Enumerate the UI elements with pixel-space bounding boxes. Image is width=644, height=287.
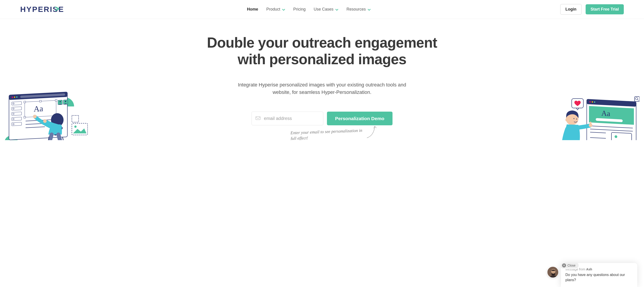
login-button[interactable]: Login: [560, 4, 582, 14]
svg-rect-21: [40, 100, 41, 102]
hero-title: Double your outreach engagement with per…: [198, 34, 446, 68]
svg-rect-22: [55, 100, 57, 101]
svg-point-34: [43, 119, 47, 123]
svg-rect-57: [72, 116, 78, 122]
svg-rect-0: [256, 116, 260, 120]
main-nav: Home Product Pricing Use Cases Resources: [247, 7, 371, 12]
nav-pricing[interactable]: Pricing: [293, 7, 306, 12]
envelope-icon: [256, 116, 260, 121]
nav-home[interactable]: Home: [247, 7, 258, 12]
hero-subtitle: Integrate Hyperise personalized images w…: [234, 81, 410, 96]
svg-point-43: [74, 126, 76, 128]
handwritten-note: Enter your email to see personalization …: [277, 129, 367, 140]
hero-form: Personalization Demo: [9, 112, 635, 125]
svg-text:Aa: Aa: [601, 109, 610, 118]
nav-label: Use Cases: [314, 7, 334, 12]
hero-section: Double your outreach engagement with per…: [0, 19, 644, 140]
logo-arrow-icon: [55, 4, 60, 13]
email-input[interactable]: [252, 112, 323, 125]
chevron-down-icon: [282, 8, 285, 11]
nav-use-cases[interactable]: Use Cases: [314, 7, 338, 12]
chevron-down-icon: [368, 8, 371, 11]
svg-rect-10: [12, 107, 22, 110]
logo[interactable]: HYPERISE: [20, 5, 64, 14]
svg-point-74: [566, 118, 568, 121]
email-input-wrapper: [252, 112, 323, 125]
svg-rect-14: [12, 117, 22, 120]
start-trial-button[interactable]: Start Free Trial: [586, 4, 624, 14]
nav-resources[interactable]: Resources: [346, 7, 371, 12]
nav-label: Home: [247, 7, 258, 12]
handwritten-text: Enter your email to see personalization …: [290, 128, 367, 140]
arrow-curve-icon: [365, 124, 378, 140]
nav-product[interactable]: Product: [266, 7, 285, 12]
svg-rect-78: [590, 122, 592, 125]
svg-rect-16: [12, 122, 22, 126]
svg-rect-23: [24, 116, 26, 118]
svg-rect-65: [589, 106, 634, 125]
demo-button[interactable]: Personalization Demo: [327, 112, 392, 125]
header-actions: Login Start Free Trial: [560, 4, 624, 14]
svg-point-33: [33, 115, 36, 118]
illustration-left: Aa: [4, 91, 90, 140]
nav-label: Product: [266, 7, 280, 12]
chevron-down-icon: [335, 8, 338, 11]
main-header: HYPERISE Home Product Pricing Use Cases: [0, 0, 644, 19]
svg-rect-82: [634, 96, 640, 102]
svg-rect-12: [12, 112, 22, 116]
nav-label: Resources: [346, 7, 366, 12]
svg-point-75: [574, 118, 574, 119]
svg-rect-85: [612, 132, 632, 140]
svg-point-76: [576, 118, 577, 120]
nav-label: Pricing: [293, 7, 306, 12]
svg-rect-20: [24, 101, 26, 103]
illustration-right: Aa: [554, 95, 640, 140]
svg-text:Aa: Aa: [34, 104, 43, 114]
svg-rect-8: [12, 102, 22, 105]
